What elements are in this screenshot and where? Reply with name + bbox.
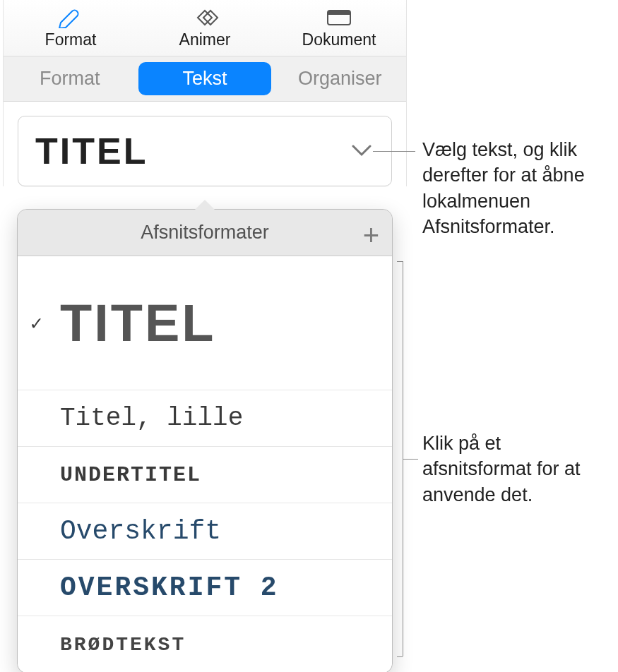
subtab-organize[interactable]: Organiser xyxy=(274,68,406,90)
checkmark-icon: ✓ xyxy=(30,311,42,335)
diamond-icon xyxy=(191,6,219,29)
add-style-button[interactable]: + xyxy=(363,220,379,251)
toolbar: Format Animer Dokument xyxy=(4,0,406,56)
brush-icon xyxy=(57,6,85,29)
current-style-label: TITEL xyxy=(35,130,148,172)
inspector-panel: Format Animer Dokument Format Tekst Orga… xyxy=(3,0,407,186)
chevron-down-icon xyxy=(352,145,372,160)
callout-leader xyxy=(373,151,415,152)
style-option-label: Titel, lille xyxy=(60,404,243,433)
subtab-format[interactable]: Format xyxy=(4,68,136,90)
subtab-text[interactable]: Tekst xyxy=(138,62,271,95)
style-option[interactable]: Titel, lille xyxy=(18,390,392,447)
style-option[interactable]: UNDERTITEL xyxy=(18,447,392,503)
style-option[interactable]: ✓TITEL xyxy=(18,256,392,390)
toolbar-document[interactable]: Dokument xyxy=(272,0,406,56)
style-option-label: UNDERTITEL xyxy=(60,463,201,487)
popover-title: Afsnitsformater xyxy=(141,222,269,244)
callout-top: Vælg tekst, og klik derefter for at åbne… xyxy=(422,137,613,240)
callout-leader xyxy=(403,459,418,460)
style-option[interactable]: Overskrift xyxy=(18,503,392,560)
popover-header: Afsnitsformater + xyxy=(18,210,392,256)
style-option-label: TITEL xyxy=(60,293,216,353)
popover-list: ✓TITELTitel, lilleUNDERTITELOverskriftOV… xyxy=(18,256,392,672)
style-option-label: Overskrift xyxy=(60,516,221,546)
style-option-label: OVERSKRIFT 2 xyxy=(60,572,279,603)
style-option[interactable]: OVERSKRIFT 2 xyxy=(18,560,392,616)
toolbar-animate[interactable]: Animer xyxy=(138,0,272,56)
callout-top-text: Vælg tekst, og klik derefter for at åbne… xyxy=(422,139,585,237)
toolbar-format-label: Format xyxy=(45,30,97,49)
toolbar-document-label: Dokument xyxy=(302,30,376,49)
document-icon xyxy=(325,6,353,29)
style-option[interactable]: BRØDTEKST xyxy=(18,616,392,672)
paragraph-style-dropdown[interactable]: TITEL xyxy=(18,116,392,186)
svg-rect-1 xyxy=(328,11,350,15)
content-area: TITEL xyxy=(4,102,406,186)
toolbar-animate-label: Animer xyxy=(179,30,231,49)
style-option-label: BRØDTEKST xyxy=(60,634,186,656)
subtabs: Format Tekst Organiser xyxy=(4,56,406,102)
paragraph-styles-popover: Afsnitsformater + ✓TITELTitel, lilleUNDE… xyxy=(17,209,393,672)
callout-bottom-text: Klik på et afsnitsformat for at anvende … xyxy=(422,433,581,505)
callout-bottom: Klik på et afsnitsformat for at anvende … xyxy=(422,431,613,508)
toolbar-format[interactable]: Format xyxy=(4,0,138,56)
